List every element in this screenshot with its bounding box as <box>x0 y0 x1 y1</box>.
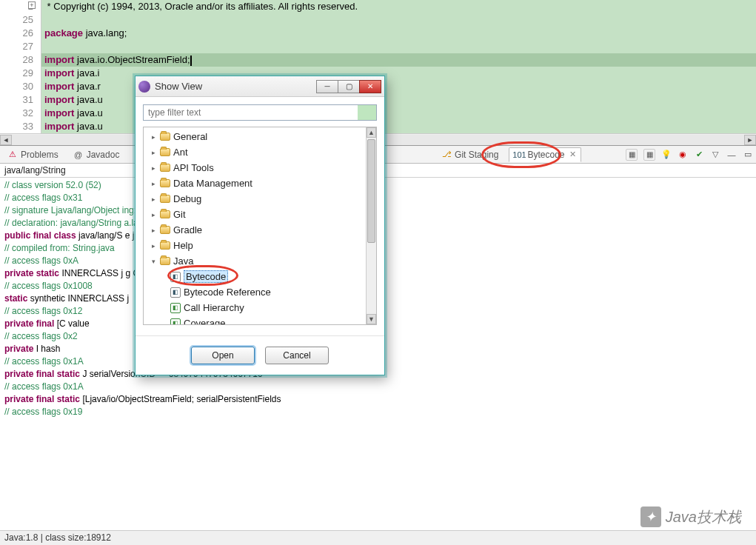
chevron-down-icon[interactable]: ▾ <box>150 258 157 265</box>
scroll-down-arrow[interactable]: ▼ <box>367 314 376 324</box>
line-number: 27 <box>0 40 41 53</box>
close-icon[interactable]: ✕ <box>569 150 576 159</box>
tree-folder[interactable]: ▸Git <box>145 207 364 222</box>
bytecode-line: private final static [Ljava/io/ObjectStr… <box>4 393 752 406</box>
tree-folder[interactable]: ▸Gradle <box>145 222 364 238</box>
filter-input[interactable] <box>143 104 377 121</box>
chevron-down-icon[interactable]: ▽ <box>710 150 720 160</box>
git-icon: ⎇ <box>441 150 452 160</box>
dialog-titlebar[interactable]: Show View ─ ▢ ✕ <box>136 76 384 97</box>
tab-problems[interactable]: ⚠ Problems <box>3 148 63 161</box>
tab-javadoc[interactable]: @ Javadoc <box>69 148 124 161</box>
folder-icon <box>160 226 170 234</box>
tree-item-label: Coverage <box>184 318 225 324</box>
view-icon: ◧ <box>170 287 181 298</box>
tree-item-label: Debug <box>173 193 201 204</box>
view-icon: ◧ <box>170 303 181 313</box>
tab-git-staging[interactable]: ⎇ Git Staging <box>437 148 503 161</box>
scroll-left-arrow[interactable]: ◄ <box>0 135 12 145</box>
minimize-button[interactable]: ─ <box>316 80 338 93</box>
dialog-title: Show View <box>155 81 312 92</box>
bulb-icon[interactable]: 💡 <box>661 150 672 160</box>
eclipse-icon <box>138 81 150 93</box>
view-tree[interactable]: ▸General▸Ant▸API Tools▸Data Management▸D… <box>143 127 377 325</box>
line-number: 30 <box>0 80 41 93</box>
code-line[interactable]: 2+ * Copyright (c) 1994, 2013, Oracle an… <box>0 0 756 13</box>
chevron-right-icon[interactable]: ▸ <box>150 227 157 234</box>
code-text[interactable]: import java.io.ObjectStreamField; <box>41 53 756 67</box>
status-bar: Java:1.8 | class size:18912 <box>0 530 756 545</box>
problems-icon: ⚠ <box>7 150 18 160</box>
chevron-right-icon[interactable]: ▸ <box>150 211 157 218</box>
folder-icon <box>160 210 170 218</box>
tree-folder[interactable]: ▾Java <box>145 253 364 269</box>
code-text[interactable]: package java.lang; <box>41 27 756 40</box>
scroll-right-arrow[interactable]: ► <box>744 135 756 145</box>
line-number: 25 <box>0 13 41 27</box>
tree-item[interactable]: ◧Call Hierarchy <box>145 300 364 315</box>
line-number: 2+ <box>0 0 41 13</box>
javadoc-icon: @ <box>73 150 84 160</box>
tab-label: Git Staging <box>455 150 498 160</box>
chevron-right-icon[interactable]: ▸ <box>150 164 157 172</box>
code-text[interactable] <box>41 40 756 53</box>
tree-item[interactable]: ◧Coverage <box>145 315 364 324</box>
line-number: 29 <box>0 67 41 80</box>
scroll-thumb[interactable] <box>367 139 375 243</box>
tree-folder[interactable]: ▸Debug <box>145 191 364 207</box>
bytecode-line: // access flags 0x1A <box>4 381 752 393</box>
line-number: 26 <box>0 27 41 40</box>
code-line[interactable]: 27 <box>0 40 756 53</box>
bytecode-line: // access flags 0x19 <box>4 406 752 418</box>
maximize-button[interactable]: ▢ <box>338 80 360 93</box>
tab-bytecode[interactable]: 101 Bytecode ✕ <box>509 147 581 162</box>
code-text[interactable]: * Copyright (c) 1994, 2013, Oracle and/o… <box>41 0 756 13</box>
chevron-right-icon[interactable]: ▸ <box>150 149 157 156</box>
code-text[interactable] <box>41 13 756 27</box>
toolbar-button[interactable]: ✔ <box>694 150 704 160</box>
tree-folder[interactable]: ▸General <box>145 129 364 144</box>
tree-folder[interactable]: ▸Help <box>145 238 364 253</box>
tab-label: Problems <box>21 150 58 160</box>
toolbar-button[interactable]: ▦ <box>643 149 655 161</box>
code-line[interactable]: 26package java.lang; <box>0 27 756 40</box>
tree-item[interactable]: ◧Bytecode Reference <box>145 284 364 300</box>
toolbar-button[interactable]: ◉ <box>678 150 688 160</box>
tree-folder[interactable]: ▸API Tools <box>145 160 364 175</box>
folder-icon <box>160 133 170 141</box>
cancel-button[interactable]: Cancel <box>265 347 329 364</box>
tree-item-label: Ant <box>173 147 188 158</box>
wechat-icon: ✦ <box>640 506 661 527</box>
chevron-right-icon[interactable]: ▸ <box>150 195 157 203</box>
tree-folder[interactable]: ▸Ant <box>145 144 364 160</box>
tree-item-label: Call Hierarchy <box>184 302 244 313</box>
open-button[interactable]: Open <box>191 347 255 364</box>
tree-item-label: Bytecode Reference <box>184 287 271 298</box>
tree-folder[interactable]: ▸Data Management <box>145 175 364 191</box>
scroll-up-arrow[interactable]: ▲ <box>367 127 376 138</box>
minimize-icon[interactable]: ― <box>726 150 737 160</box>
chevron-right-icon[interactable]: ▸ <box>150 133 157 141</box>
view-icon: ◧ <box>170 272 181 282</box>
chevron-right-icon[interactable]: ▸ <box>150 180 157 187</box>
folder-icon <box>160 241 170 250</box>
tree-item-label: Java <box>173 255 193 267</box>
maximize-icon[interactable]: ▭ <box>743 150 753 160</box>
show-view-dialog: Show View ─ ▢ ✕ ▸General▸Ant▸API Tools▸D… <box>135 76 385 375</box>
tree-item-label: Bytecode <box>184 270 228 283</box>
folder-icon <box>160 148 170 156</box>
close-button[interactable]: ✕ <box>359 80 381 93</box>
tree-item-label: Git <box>173 209 186 220</box>
chevron-right-icon[interactable]: ▸ <box>150 242 157 250</box>
code-line[interactable]: 25 <box>0 13 756 27</box>
code-line[interactable]: 28import java.io.ObjectStreamField; <box>0 53 756 67</box>
tree-item[interactable]: ◧Bytecode <box>145 269 364 284</box>
watermark-text: Java技术栈 <box>666 507 741 527</box>
scrollbar[interactable]: ▲ ▼ <box>366 127 376 324</box>
expand-icon[interactable]: + <box>28 1 36 9</box>
folder-icon <box>160 195 170 203</box>
view-icon: ◧ <box>170 318 181 325</box>
toolbar-button[interactable]: ▦ <box>626 149 638 161</box>
line-number: 33 <box>0 120 41 133</box>
tree-item-label: API Tools <box>173 162 214 173</box>
